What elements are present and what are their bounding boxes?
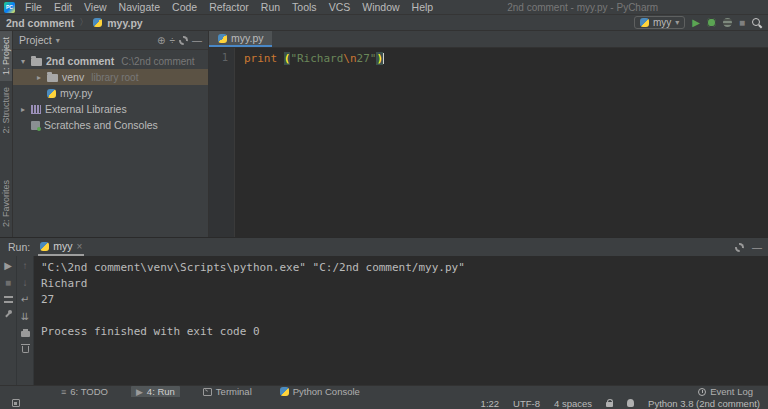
status-bar: 1:22 UTF-8 4 spaces Python 3.8 (2nd comm…: [0, 397, 768, 409]
breadcrumb: 2nd comment〉myy.py: [6, 16, 143, 29]
tree-item-label: 2nd comment: [46, 55, 114, 67]
tool-strip-item-2-favorites[interactable]: 2: Favorites: [0, 174, 12, 233]
tool-window-switcher-icon[interactable]: [12, 399, 20, 407]
run-tab-myy[interactable]: myy ×: [38, 238, 84, 256]
debug-button[interactable]: [707, 18, 716, 27]
rerun-icon[interactable]: ▶: [4, 261, 12, 271]
tool-strip-item-2-structure[interactable]: 2: Structure: [0, 81, 12, 140]
run-panel-label: Run:: [8, 241, 30, 253]
event-log-button[interactable]: Event Log: [693, 386, 758, 398]
run-icon: ▶: [136, 387, 143, 397]
hide-panel-icon[interactable]: —: [752, 243, 762, 252]
menu-code[interactable]: Code: [172, 1, 197, 13]
code-line[interactable]: print ("Richard\n27"): [235, 48, 768, 237]
clear-all-icon[interactable]: [22, 346, 29, 353]
tool-window-button-python-console[interactable]: Python Console: [275, 386, 365, 398]
code-token-keyword: print: [244, 52, 277, 65]
menu-tools[interactable]: Tools: [292, 1, 317, 13]
file-encoding[interactable]: UTF-8: [513, 398, 540, 409]
console-line: "C:\2nd comment\venv\Scripts\python.exe"…: [41, 260, 768, 276]
scroll-to-end-icon[interactable]: ⇊: [21, 312, 29, 322]
code-token-escape: \n: [343, 52, 356, 65]
menu-help[interactable]: Help: [412, 1, 434, 13]
line-number: 1: [222, 51, 228, 63]
stop-button[interactable]: ■: [739, 18, 745, 28]
collapse-all-icon[interactable]: ÷: [170, 35, 176, 46]
code-token-brace: ): [376, 52, 383, 65]
tree-chevron-icon[interactable]: ▸: [35, 73, 43, 82]
lock-icon[interactable]: [606, 402, 613, 407]
menu-bar: FileEditViewNavigateCodeRefactorRunTools…: [25, 1, 433, 13]
menu-run[interactable]: Run: [261, 1, 280, 13]
coverage-button[interactable]: [723, 18, 732, 27]
run-button[interactable]: ▶: [692, 18, 700, 28]
python-icon: [40, 242, 49, 251]
editor-tab-myy[interactable]: myy.py: [209, 31, 272, 47]
menu-refactor[interactable]: Refactor: [209, 1, 249, 13]
tree-row[interactable]: Scratches and Consoles: [13, 117, 208, 133]
project-panel: Project ▾ ⊕ ÷ — ▾2nd commentC:\2nd comme…: [13, 31, 209, 237]
python-file-icon: [47, 89, 56, 98]
main-area: 1: Project2: Structure 2: Favorites Proj…: [0, 31, 768, 237]
tool-strip-item-1-project[interactable]: 1: Project: [0, 31, 12, 81]
event-log-label: Event Log: [710, 386, 753, 397]
python-icon: [280, 387, 289, 396]
text-caret: [383, 53, 384, 64]
tree-row[interactable]: ▾2nd commentC:\2nd comment: [13, 53, 208, 69]
close-icon[interactable]: ×: [76, 241, 82, 252]
python-interpreter[interactable]: Python 3.8 (2nd comment): [648, 398, 760, 409]
tool-window-button-label: Terminal: [216, 386, 252, 397]
editor: myy.py 1 print ("Richard\n27"): [209, 31, 768, 237]
menu-view[interactable]: View: [84, 1, 107, 13]
menu-navigate[interactable]: Navigate: [119, 1, 160, 13]
tree-chevron-icon[interactable]: ▸: [19, 105, 27, 114]
tree-item-label: External Libraries: [45, 103, 127, 115]
menu-file[interactable]: File: [25, 1, 42, 13]
indent-setting[interactable]: 4 spaces: [554, 398, 592, 409]
up-stacktrace-icon[interactable]: ↑: [23, 261, 28, 271]
tree-row[interactable]: ▸External Libraries: [13, 101, 208, 117]
pycharm-logo-icon: PC: [4, 2, 15, 13]
restore-layout-icon[interactable]: [4, 295, 13, 303]
print-icon[interactable]: [21, 331, 30, 337]
menu-edit[interactable]: Edit: [54, 1, 72, 13]
caret-position[interactable]: 1:22: [481, 398, 500, 409]
tree-chevron-icon[interactable]: ▾: [19, 57, 27, 66]
tool-window-button-terminal[interactable]: Terminal: [198, 386, 257, 398]
tree-item-hint: library root: [91, 72, 138, 83]
settings-icon[interactable]: [179, 36, 188, 45]
run-toolbar-primary: ▶ ■: [0, 256, 17, 385]
run-panel-header: Run: myy × —: [0, 238, 768, 256]
stop-icon[interactable]: ■: [5, 278, 11, 288]
tree-row[interactable]: ▸venvlibrary root: [13, 69, 208, 85]
breadcrumb-item[interactable]: myy.py: [107, 17, 142, 29]
menu-window[interactable]: Window: [362, 1, 399, 13]
tool-window-button-6-todo[interactable]: ≡6: TODO: [56, 386, 113, 398]
project-panel-title: Project: [19, 34, 52, 46]
tool-window-button-4-run[interactable]: ▶4: Run: [131, 386, 180, 398]
menu-vcs[interactable]: VCS: [329, 1, 351, 13]
hide-panel-icon[interactable]: —: [192, 36, 202, 45]
search-everywhere-icon[interactable]: [752, 18, 762, 28]
editor-gutter: 1: [209, 48, 235, 237]
console-line: Process finished with exit code 0: [41, 324, 768, 340]
run-config-select[interactable]: myy ▾: [634, 16, 685, 29]
tree-row[interactable]: myy.py: [13, 85, 208, 101]
run-toolbar-secondary: ↑ ↓ ↵ ⇊: [17, 256, 34, 385]
locate-icon[interactable]: ⊕: [157, 35, 165, 46]
console-line: 27: [41, 292, 768, 308]
code-token-string: "Richard: [290, 52, 343, 65]
soft-wrap-icon[interactable]: ↵: [21, 295, 29, 305]
run-panel: Run: myy × — ▶ ■ ↑ ↓ ↵ ⇊ "C:\2nd comment…: [0, 237, 768, 385]
chevron-down-icon[interactable]: ▾: [56, 36, 60, 45]
inspections-profile-icon[interactable]: [627, 399, 634, 407]
down-stacktrace-icon[interactable]: ↓: [23, 278, 28, 288]
breadcrumb-item[interactable]: 2nd comment: [6, 17, 74, 29]
console-line: Richard: [41, 276, 768, 292]
editor-body[interactable]: 1 print ("Richard\n27"): [209, 48, 768, 237]
settings-icon[interactable]: [735, 243, 744, 252]
pin-tab-icon[interactable]: [4, 310, 13, 319]
run-console-output[interactable]: "C:\2nd comment\venv\Scripts\python.exe"…: [34, 256, 768, 385]
project-panel-header: Project ▾ ⊕ ÷ —: [13, 31, 208, 50]
tree-item-label: venv: [62, 71, 84, 83]
